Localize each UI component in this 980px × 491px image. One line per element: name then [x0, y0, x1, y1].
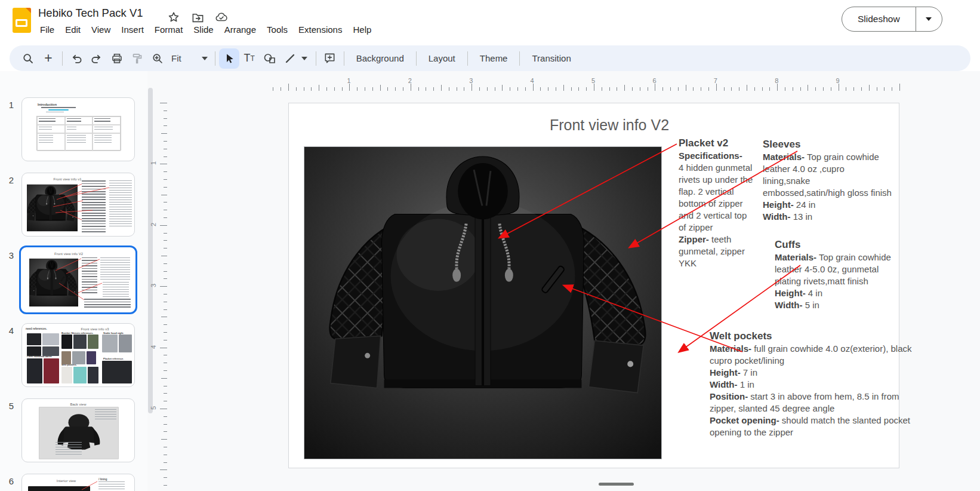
vruler-number: 2 — [150, 223, 157, 226]
menu-insert[interactable]: Insert — [116, 23, 149, 36]
toolbar-separator — [62, 51, 63, 66]
placket-spec-line: Zipper- teeth gunmetal, zipper YKK — [679, 234, 755, 269]
slide-number: 1 — [5, 100, 18, 110]
placket-textbox[interactable]: Placket v2Specifications-4 hidden gunmet… — [679, 137, 755, 269]
slide-thumbnail-2[interactable]: Front view info v1 — [21, 173, 135, 237]
menu-file[interactable]: File — [35, 23, 60, 36]
menu-tools[interactable]: Tools — [261, 23, 293, 36]
toolbar: + Fit Tt — [10, 45, 970, 71]
vertical-ruler: 12345 — [150, 103, 167, 491]
welt-spec-line: Position- start 3 in above from hem, 8.5… — [710, 391, 913, 415]
welt-spec-line: Materials- full grain cowhide 4.0 oz(ext… — [710, 343, 913, 367]
slide-thumbnail-4[interactable]: need references. Front view info v3 Bomb… — [21, 323, 135, 387]
slide-title-textbox[interactable]: Front view info V2 — [430, 116, 788, 134]
sleeves-spec-line: Width- 13 in — [763, 211, 892, 223]
theme-button[interactable]: Theme — [471, 53, 516, 63]
hruler-number: 7 — [714, 77, 717, 84]
slide-thumbnail-6[interactable]: Interior view / lining — [21, 474, 135, 491]
menu-arrange[interactable]: Arrange — [219, 23, 261, 36]
insert-comment-icon[interactable] — [320, 48, 340, 69]
zoom-value: Fit — [171, 53, 181, 63]
canvas-horizontal-scrollbar[interactable] — [599, 483, 634, 486]
toolbar-separator — [416, 51, 417, 66]
google-slides-logo[interactable] — [13, 8, 31, 33]
slide-thumbnail-1[interactable]: Introduction — [21, 97, 135, 161]
slide-number: 5 — [5, 401, 18, 411]
slide-thumbnail-5[interactable]: Back view — [21, 398, 135, 462]
toolbar-separator — [344, 51, 344, 66]
menu-extensions[interactable]: Extensions — [293, 23, 347, 36]
placket-spec-line: Specifications- — [679, 150, 755, 162]
slide-number: 4 — [5, 326, 18, 336]
menu-help[interactable]: Help — [347, 23, 377, 36]
undo-button[interactable] — [66, 48, 87, 69]
zoom-select[interactable]: Fit — [168, 53, 211, 63]
vruler-number: 5 — [150, 406, 157, 410]
menu-edit[interactable]: Edit — [60, 23, 86, 36]
horizontal-ruler: 123456789 — [267, 78, 906, 91]
placket-spec-line: 4 hidden gunmetal rivets up under the fl… — [679, 162, 755, 234]
vruler-number: 3 — [150, 284, 157, 287]
menu-format[interactable]: Format — [149, 23, 189, 36]
print-button[interactable] — [107, 48, 127, 69]
cuffs-spec-line: Materials- Top grain cowhide leather 4-5… — [775, 251, 900, 287]
slide-number: 2 — [5, 175, 18, 185]
hruler-number: 4 — [531, 77, 534, 84]
hruler-number: 9 — [836, 77, 840, 84]
text-box-tool[interactable]: Tt — [239, 48, 260, 69]
paint-format-icon[interactable] — [127, 48, 147, 69]
slideshow-button[interactable]: Slideshow — [842, 7, 942, 32]
select-tool[interactable] — [219, 48, 239, 69]
toolbar-separator — [519, 51, 520, 66]
layout-button[interactable]: Layout — [420, 53, 464, 63]
search-menus-icon[interactable] — [18, 48, 38, 69]
hruler-number: 8 — [775, 77, 778, 84]
line-tool[interactable] — [280, 48, 300, 69]
welt-heading: Welt pockets — [710, 330, 913, 343]
cuffs-spec-line: Height- 4 in — [775, 287, 900, 299]
sleeves-spec-line: Materials- Top grain cowhide leather 4.0… — [763, 151, 892, 199]
menu-view[interactable]: View — [86, 23, 116, 36]
cuffs-heading: Cuffs — [775, 238, 900, 251]
menu-bar: FileEditViewInsertFormatSlideArrangeTool… — [35, 23, 377, 36]
slide-number: 3 — [5, 250, 18, 260]
document-title[interactable]: Hebiko Tech Pack V1 — [38, 7, 143, 20]
sleeves-spec-line: Height- 24 in — [763, 199, 892, 211]
redo-button[interactable] — [87, 48, 107, 69]
slide-thumbnail-3[interactable]: Front view info V2 — [21, 248, 135, 312]
slideshow-label[interactable]: Slideshow — [842, 7, 916, 31]
toolbar-separator — [316, 51, 316, 66]
logo-page — [16, 19, 27, 27]
app-header: Hebiko Tech Pack V1 FileEditViewInsertFo… — [0, 0, 980, 45]
welt-spec-line: Width- 1 in — [710, 379, 913, 391]
hruler-number: 2 — [408, 77, 412, 84]
hruler-number: 1 — [347, 77, 350, 84]
toolbar-separator — [215, 51, 215, 66]
cuffs-textbox[interactable]: CuffsMaterials- Top grain cowhide leathe… — [775, 238, 900, 311]
hruler-number: 6 — [652, 77, 656, 84]
slide-number: 6 — [5, 476, 18, 486]
slideshow-dropdown[interactable] — [916, 7, 942, 31]
transition-button[interactable]: Transition — [523, 53, 579, 63]
welt-spec-line: Height- 7 in — [710, 367, 913, 379]
vruler-number: 1 — [150, 161, 157, 165]
jacket-front-image[interactable] — [304, 146, 662, 459]
new-slide-button[interactable]: + — [38, 48, 58, 69]
placket-heading: Placket v2 — [679, 137, 755, 150]
shape-tool[interactable] — [260, 48, 280, 69]
slide-filmstrip: 1Introduction 2Front view info v1 3Front… — [0, 71, 147, 491]
menu-slide[interactable]: Slide — [188, 23, 218, 36]
background-button[interactable]: Background — [348, 53, 412, 63]
cuffs-spec-line: Width- 5 in — [775, 299, 900, 311]
workspace: 1Introduction 2Front view info v1 3Front… — [0, 71, 980, 491]
logo-fold — [26, 8, 31, 13]
hruler-number: 5 — [591, 77, 595, 84]
zoom-in-icon[interactable] — [147, 48, 168, 69]
sleeves-textbox[interactable]: SleevesMaterials- Top grain cowhide leat… — [763, 138, 892, 223]
sleeves-heading: Sleeves — [763, 138, 892, 151]
welt-textbox[interactable]: Welt pocketsMaterials- full grain cowhid… — [710, 330, 913, 438]
line-tool-caret[interactable] — [301, 57, 307, 60]
hruler-number: 3 — [469, 77, 473, 84]
slide-canvas[interactable]: Front view info V2 Placket v2Specificati… — [288, 103, 899, 468]
toolbar-separator — [467, 51, 468, 66]
